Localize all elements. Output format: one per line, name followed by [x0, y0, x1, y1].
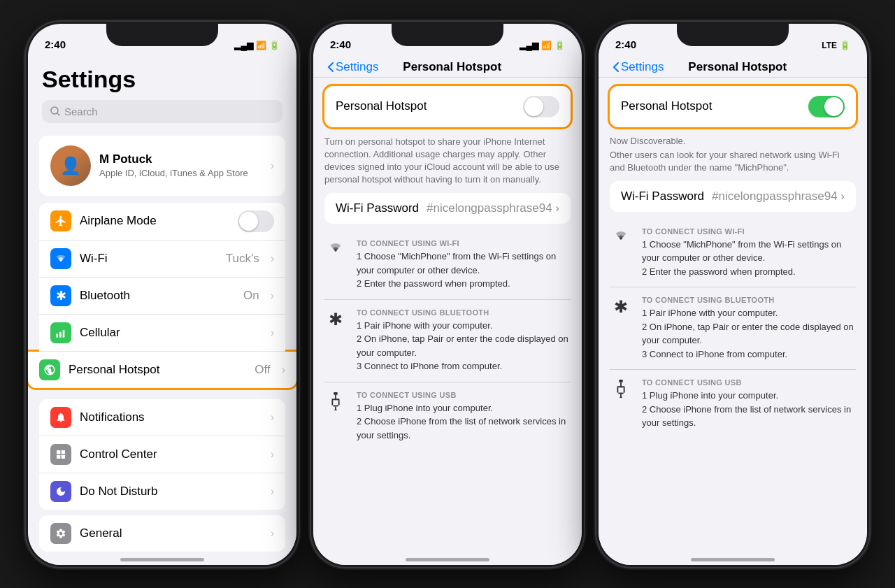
usb-connect-2: TO CONNECT USING USB 1 Plug iPhone into …: [324, 382, 571, 451]
wifi-password-row-2[interactable]: Wi-Fi Password #nicelongpassphrase94 ›: [324, 193, 571, 224]
wifi-connect-icon-3: [610, 227, 632, 243]
profile-subtitle: Apple ID, iCloud, iTunes & App Store: [99, 168, 262, 178]
back-button-3[interactable]: Settings: [613, 60, 664, 74]
wifi-row[interactable]: Wi-Fi Tuck's ›: [39, 241, 285, 278]
iphone-3: 2:40 LTE 🔋 Settings Personal Hotspot: [596, 22, 869, 567]
general-chevron: ›: [271, 527, 274, 540]
hotspot-toggle-2[interactable]: [523, 96, 559, 117]
hotspot-icon: [39, 359, 60, 380]
personal-hotspot-row[interactable]: Personal Hotspot Off ›: [28, 352, 296, 388]
home-indicator-1: [120, 558, 204, 561]
cellular-label: Cellular: [80, 326, 262, 340]
hotspot-toggle-3[interactable]: [808, 96, 845, 117]
bt-connect-icon-3: ✱: [610, 296, 632, 317]
dnd-label: Do Not Disturb: [80, 485, 262, 499]
control-center-icon: [50, 444, 71, 465]
wifi-icon: [50, 248, 71, 269]
search-placeholder: Search: [64, 106, 98, 117]
toggle-knob-2: [524, 97, 543, 116]
svg-rect-12: [331, 400, 333, 405]
usb-connect-icon-2: [324, 391, 347, 410]
moon-svg: [55, 486, 66, 497]
phones-container: 2:40 ▂▄▆ 📶 🔋 Settings Search: [12, 8, 883, 581]
wifi-connect-title-2: TO CONNECT USING WI-FI: [357, 239, 571, 248]
chevron-icon: ›: [271, 159, 274, 172]
bluetooth-row[interactable]: ✱ Bluetooth On ›: [39, 278, 285, 315]
status-icons-2: ▂▄▆ 📶 🔋: [520, 41, 565, 50]
connect-instructions-3: TO CONNECT USING WI-FI 1 Choose "MichPho…: [610, 219, 856, 438]
svg-rect-19: [617, 387, 624, 388]
hotspot-toggle-highlight: Personal Hotspot: [324, 86, 571, 127]
back-label-3: Settings: [621, 60, 664, 74]
hotspot-toggle-label-3: Personal Hotspot: [621, 99, 712, 113]
notifications-row[interactable]: Notifications ›: [39, 399, 285, 436]
iphone-2-screen: 2:40 ▂▄▆ 📶 🔋 Settings Personal Hotspot: [313, 24, 582, 565]
lte-label: LTE: [822, 41, 837, 50]
hotspot-toggle-row-2[interactable]: Personal Hotspot: [324, 86, 571, 127]
airplane-toggle[interactable]: [238, 210, 274, 232]
back-label-2: Settings: [336, 60, 378, 74]
cc-svg: [55, 449, 66, 460]
back-button-2[interactable]: Settings: [327, 60, 378, 74]
hotspot-chevron: ›: [282, 364, 285, 376]
dnd-chevron: ›: [271, 485, 274, 498]
svg-rect-9: [334, 392, 338, 395]
signal-icon-2: ▂▄▆: [520, 41, 538, 50]
wifi-value: Tuck's: [226, 252, 259, 266]
status-time-1: 2:40: [45, 38, 66, 50]
toggle-knob-3: [824, 97, 843, 116]
cellular-row[interactable]: Cellular ›: [39, 315, 285, 352]
control-center-row[interactable]: Control Center ›: [39, 436, 285, 473]
airplane-icon: [50, 210, 71, 231]
dnd-row[interactable]: Do Not Disturb ›: [39, 473, 285, 510]
airplane-label: Airplane Mode: [80, 214, 229, 228]
wifi-connect-svg-3: [613, 229, 629, 243]
hotspot-toggle-label-2: Personal Hotspot: [336, 99, 427, 113]
settings-group-2: Notifications › Control Center: [39, 399, 285, 510]
usb-svg-3: [614, 380, 628, 398]
notifications-chevron: ›: [271, 411, 274, 424]
svg-rect-20: [617, 388, 618, 393]
general-icon: [50, 523, 71, 544]
nav-title-2: Personal Hotspot: [378, 60, 526, 74]
svg-point-24: [620, 397, 622, 399]
hotspot-on-screen: Settings Personal Hotspot Personal Hotsp…: [599, 55, 867, 565]
nav-bar-3: Settings Personal Hotspot: [599, 55, 867, 78]
cc-chevron: ›: [271, 448, 274, 461]
usb-svg-2: [329, 392, 343, 410]
settings-group-3: General ›: [39, 515, 285, 552]
back-chevron-2: [327, 62, 334, 73]
usb-connect-text-2: TO CONNECT USING USB 1 Plug iPhone into …: [357, 391, 571, 443]
svg-rect-7: [57, 454, 60, 458]
status-time-2: 2:40: [330, 38, 351, 50]
now-discoverable: Now Discoverable.: [610, 136, 856, 146]
search-bar[interactable]: Search: [42, 100, 282, 123]
signal-icon: ▂▄▆: [234, 41, 253, 50]
cellular-icon: [50, 322, 71, 343]
svg-rect-8: [62, 454, 65, 458]
usb-connect-icon-3: [610, 378, 632, 398]
notch-2: [392, 24, 503, 46]
usb-connect-text-3: TO CONNECT USING USB 1 Plug iPhone into …: [642, 378, 856, 430]
svg-rect-1: [56, 334, 58, 337]
wifi-password-row-3[interactable]: Wi-Fi Password #nicelongpassphrase94 ›: [610, 181, 856, 212]
svg-rect-3: [63, 330, 65, 338]
wifi-pw-value-3: #nicelongpassphrase94 ›: [712, 189, 845, 203]
hotspot-description-2: Turn on personal hotspot to share your i…: [324, 136, 571, 187]
iphone-2: 2:40 ▂▄▆ 📶 🔋 Settings Personal Hotspot: [311, 22, 584, 567]
bt-connect-text-2: TO CONNECT USING BLUETOOTH 1 Pair iPhone…: [357, 308, 571, 373]
settings-header: Settings Search: [28, 55, 296, 129]
hotspot-toggle-row-3[interactable]: Personal Hotspot: [610, 86, 856, 127]
general-row[interactable]: General ›: [39, 515, 285, 552]
bt-connect-steps-3: 1 Pair iPhone with your computer.2 On iP…: [642, 306, 856, 361]
iphone-3-screen: 2:40 LTE 🔋 Settings Personal Hotspot: [599, 24, 867, 565]
toggle-knob: [239, 212, 258, 231]
airplane-mode-row[interactable]: Airplane Mode: [39, 203, 285, 241]
wifi-connect-3: TO CONNECT USING WI-FI 1 Choose "MichPho…: [610, 219, 856, 288]
profile-row[interactable]: 👤 M Potuck Apple ID, iCloud, iTunes & Ap…: [39, 136, 285, 196]
status-icons-1: ▂▄▆ 📶 🔋: [234, 41, 280, 50]
wifi-pw-label-3: Wi-Fi Password: [621, 189, 704, 203]
wifi-label: Wi-Fi: [80, 252, 217, 266]
usb-connect-title-3: TO CONNECT USING USB: [642, 378, 856, 387]
wifi-connect-svg-2: [327, 241, 344, 254]
